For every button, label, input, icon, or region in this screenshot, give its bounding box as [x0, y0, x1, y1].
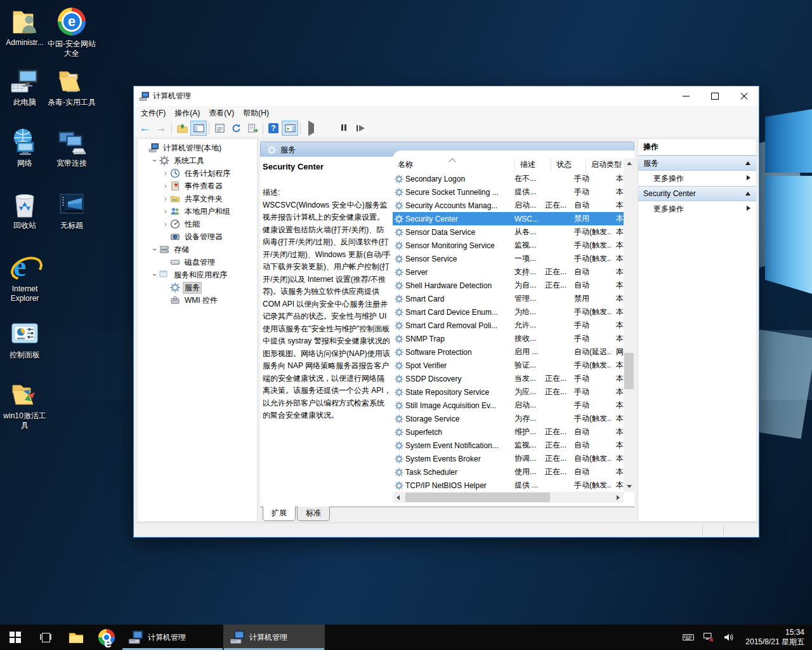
expand-chevron-icon[interactable]: › — [162, 182, 169, 190]
menu-item[interactable]: 操作(A) — [170, 107, 204, 120]
service-row-Spot-Verifier[interactable]: Spot Verifier验证...手动(触发...本 — [393, 359, 624, 372]
tree-item-计算机管理-本地-[interactable]: 计算机管理(本地) — [138, 142, 257, 154]
up-level-button[interactable] — [174, 121, 190, 136]
show-console-tree-button[interactable] — [190, 121, 207, 136]
scroll-down-button[interactable] — [624, 481, 634, 492]
expand-chevron-icon[interactable]: › — [162, 194, 169, 203]
vertical-scroll-thumb[interactable] — [624, 353, 634, 389]
taskbar-window-button[interactable]: 计算机管理 — [122, 625, 223, 650]
properties-button[interactable] — [211, 121, 228, 136]
tree-item-系统工具[interactable]: ›系统工具 — [138, 154, 257, 167]
help-button[interactable]: ? — [265, 121, 282, 136]
tab-扩展[interactable]: 扩展 — [263, 507, 296, 521]
service-row-Security-Accounts-Manag-[interactable]: Security Accounts Manag...启动...正在...自动本 — [393, 199, 624, 212]
menu-item[interactable]: 文件(F) — [136, 107, 170, 120]
menu-item[interactable]: 查看(V) — [204, 107, 239, 120]
taskbar-window-button[interactable]: 计算机管理 — [223, 625, 325, 650]
service-row-Smart-Card-Device-Enum-[interactable]: Smart Card Device Enum...为给...手动(触发...本 — [393, 305, 624, 319]
clock[interactable]: 15:34 2015/8/21 星期五 — [739, 628, 812, 647]
action-section-header[interactable]: 服务 — [638, 156, 756, 171]
menu-item[interactable]: 帮助(H) — [239, 107, 273, 120]
refresh-button[interactable] — [228, 121, 244, 136]
expand-chevron-icon[interactable]: › — [162, 220, 169, 229]
service-row-Server[interactable]: Server支持...正在...自动本 — [393, 265, 624, 279]
desktop-icon-win10-activation-tool[interactable]: win10激活工具 — [0, 380, 49, 430]
service-row-Sensor-Service[interactable]: Sensor Service一项...手动(触发...本 — [393, 252, 624, 265]
service-row-Sensor-Data-Service[interactable]: Sensor Data Service从各...手动(触发...本 — [393, 225, 624, 239]
desktop-icon-broadband-connection[interactable]: 宽带连接 — [47, 127, 96, 168]
scroll-up-button[interactable] — [624, 158, 634, 169]
desktop-icon-internet-explorer[interactable]: eInternet Explorer — [0, 253, 49, 303]
service-row-SNMP-Trap[interactable]: SNMP Trap接收...手动本 — [393, 332, 624, 345]
tree-item-设备管理器[interactable]: 设备管理器 — [138, 230, 257, 243]
export-list-button[interactable] — [244, 121, 261, 136]
column-header-description[interactable]: 描述 — [515, 158, 551, 172]
service-row-Secure-Socket-Tunneling-[interactable]: Secure Socket Tunneling ...提供...手动本 — [393, 185, 624, 199]
restart-service-button[interactable] — [352, 121, 369, 136]
forward-button[interactable]: → — [153, 121, 169, 136]
desktop-icon-recycle-bin[interactable]: 回收站 — [0, 189, 49, 230]
service-row-System-Event-Notification-[interactable]: System Event Notification...监视...正在...自动… — [393, 439, 624, 452]
stop-service-button[interactable] — [319, 121, 336, 136]
touch-keyboard-icon[interactable] — [683, 632, 694, 642]
collapse-caret-icon[interactable] — [745, 192, 750, 196]
service-row-Shell-Hardware-Detection[interactable]: Shell Hardware Detection为自...正在...自动本 — [393, 279, 624, 292]
service-row-Storage-Service[interactable]: Storage Service为存...手动(触发...本 — [393, 412, 624, 425]
action-item-more[interactable]: 更多操作 — [638, 171, 756, 186]
task-view-button[interactable] — [30, 625, 61, 650]
column-header-status[interactable]: 状态 — [551, 158, 586, 172]
desktop-icon-security-sites-browser[interactable]: 中国-安全网站大全 — [47, 6, 96, 58]
tab-标准[interactable]: 标准 — [297, 507, 330, 521]
service-row-Task-Scheduler[interactable]: Task Scheduler使用...正在...自动本 — [393, 465, 624, 479]
service-row-Software-Protection[interactable]: Software Protection启用 ...自动(延迟...网 — [393, 345, 624, 359]
service-row-SSDP-Discovery[interactable]: SSDP Discovery当发...正在...手动本 — [393, 372, 624, 385]
service-row-Secondary-Logon[interactable]: Secondary Logon在不...手动本 — [393, 172, 624, 185]
title-bar[interactable]: 计算机管理 — [134, 86, 759, 106]
tree-item-本地用户和组[interactable]: ›本地用户和组 — [138, 205, 257, 218]
service-row-TCP-IP-NetBIOS-Helper[interactable]: TCP/IP NetBIOS Helper提供 ...手动(触发...本 — [393, 479, 624, 492]
service-row-Security-Center[interactable]: Security CenterWSC...禁用本 — [393, 212, 624, 225]
action-item-more[interactable]: 更多操作 — [638, 201, 756, 216]
collapse-chevron-icon[interactable]: › — [150, 271, 159, 279]
tree-item-WMI-控件[interactable]: WMI 控件 — [138, 294, 257, 307]
desktop-icon-control-panel[interactable]: 控制面板 — [0, 319, 49, 360]
horizontal-scroll-thumb[interactable] — [405, 493, 550, 502]
service-row-Still-Image-Acquisition-Ev-[interactable]: Still Image Acquisition Ev...启动...手动本 — [393, 399, 624, 412]
tree-item-存储[interactable]: ›存储 — [138, 243, 257, 256]
desktop-icon-administrator-folder[interactable]: Administr... — [0, 6, 49, 48]
collapse-chevron-icon[interactable]: › — [150, 246, 159, 253]
tree-item-事件查看器[interactable]: ›事件查看器 — [138, 180, 257, 192]
service-row-Smart-Card[interactable]: Smart Card管理...禁用本 — [393, 292, 624, 305]
minimize-button[interactable] — [671, 86, 700, 106]
tree-item-磁盘管理[interactable]: 磁盘管理 — [138, 256, 257, 269]
desktop-icon-this-pc[interactable]: 此电脑 — [0, 66, 49, 107]
desktop-icon-untitled-image[interactable]: 无标题 — [47, 189, 96, 230]
service-row-State-Repository-Service[interactable]: State Repository Service为应...正在...手动本 — [393, 385, 624, 399]
horizontal-scrollbar[interactable] — [393, 492, 624, 503]
file-explorer-button[interactable] — [61, 625, 91, 650]
service-row-System-Events-Broker[interactable]: System Events Broker协调...正在...自动(触发...本 — [393, 452, 624, 465]
collapse-caret-icon[interactable] — [745, 161, 750, 165]
back-button[interactable]: ← — [136, 121, 153, 136]
maximize-button[interactable] — [700, 86, 730, 106]
expand-chevron-icon[interactable]: › — [162, 207, 169, 216]
start-service-button[interactable] — [303, 121, 319, 136]
desktop-icon-antivirus-tools-folder[interactable]: 杀毒-实用工具 — [47, 66, 96, 107]
browser-button[interactable] — [91, 625, 122, 650]
action-section-header[interactable]: Security Center — [638, 186, 756, 201]
tree-item-服务和应用程序[interactable]: ›服务和应用程序 — [138, 269, 257, 281]
service-row-Smart-Card-Removal-Poli-[interactable]: Smart Card Removal Poli...允许...手动本 — [393, 319, 624, 332]
tree-item-服务[interactable]: 服务 — [138, 281, 257, 294]
volume-icon[interactable] — [723, 632, 735, 642]
scroll-right-button[interactable] — [613, 492, 624, 503]
vertical-scrollbar[interactable] — [624, 158, 634, 492]
expand-chevron-icon[interactable]: › — [162, 169, 169, 178]
collapse-chevron-icon[interactable]: › — [150, 157, 159, 164]
show-action-pane-button[interactable] — [282, 121, 298, 136]
start-button[interactable] — [0, 625, 30, 650]
tree-item-共享文件夹[interactable]: ›共享文件夹 — [138, 192, 257, 205]
close-button[interactable] — [730, 86, 759, 106]
network-disconnected-icon[interactable] — [703, 632, 714, 642]
column-header-name[interactable]: 名称 — [393, 158, 515, 172]
desktop-icon-network[interactable]: 网络 — [0, 127, 49, 168]
